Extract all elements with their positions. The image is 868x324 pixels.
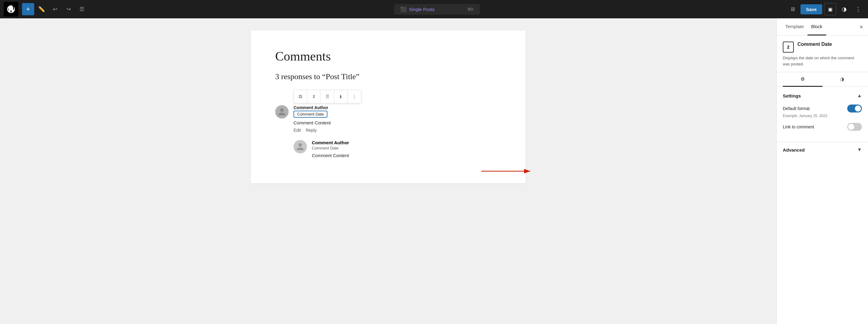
list-view-button[interactable]: ☰ xyxy=(76,3,88,15)
comment-actions: Edit Reply xyxy=(293,128,501,132)
preview-button[interactable]: 🖥 xyxy=(786,3,799,15)
post-title-button[interactable]: ⬛ Single Posts ⌘K xyxy=(394,4,480,15)
advanced-section: Advanced ▼ xyxy=(777,142,868,157)
close-sidebar-button[interactable]: × xyxy=(860,24,863,30)
default-format-label: Default format xyxy=(783,106,810,111)
right-sidebar: Template Block × 2 Comment Date Displays… xyxy=(776,18,868,324)
toggle-slider-on xyxy=(847,105,862,113)
default-format-toggle[interactable] xyxy=(847,105,862,113)
collapse-icon[interactable]: ▲ xyxy=(857,93,862,98)
advanced-title: Advanced xyxy=(783,147,805,152)
post-type-icon: ⬛ xyxy=(400,6,406,12)
styles-icon: ◑ xyxy=(840,76,844,82)
move-up-down-button[interactable]: ▲▼ xyxy=(334,90,347,103)
block-toolbar-wrapper: ⧉ 2 ⠿ ▲▼ ⋮ xyxy=(293,90,501,103)
link-to-comment-toggle[interactable] xyxy=(847,123,862,131)
nested-comment: Comment Author Comment Date Comment Cont… xyxy=(293,140,501,158)
topbar: + ✏️ ↩ ↪ ☰ ⬛ Single Posts ⌘K 🖥 Save ▣ ◑ … xyxy=(0,0,868,18)
topbar-right: 🖥 Save ▣ ◑ ⋮ xyxy=(786,3,864,15)
undo-button[interactable]: ↩ xyxy=(49,3,61,15)
settings-panel: Settings ▲ Default format Example: Janua… xyxy=(777,87,868,142)
topbar-center: ⬛ Single Posts ⌘K xyxy=(89,4,785,15)
comment-date-pill[interactable]: Comment Date xyxy=(293,111,328,118)
contrast-button[interactable]: ◑ xyxy=(838,3,850,15)
example-date: Example: January 25, 2022 xyxy=(783,114,862,118)
tools-button[interactable]: ✏️ xyxy=(35,3,48,15)
tab-template[interactable]: Template xyxy=(781,18,808,35)
nested-avatar xyxy=(293,140,307,153)
wp-logo-icon xyxy=(7,5,15,13)
block-info: 2 Comment Date Displays the date on whic… xyxy=(777,35,868,72)
block-title: Comment Date xyxy=(798,41,832,47)
redo-button[interactable]: ↪ xyxy=(62,3,74,15)
block-icon: 2 xyxy=(783,41,794,53)
shortcut-label: ⌘K xyxy=(467,7,474,11)
toggle-slider-off xyxy=(847,123,862,131)
drag-handle-button[interactable]: ⠿ xyxy=(321,90,334,103)
nested-author: Comment Author xyxy=(312,140,349,145)
avatar-icon xyxy=(278,108,286,116)
link-to-comment-row: Link to comment xyxy=(783,123,862,131)
link-to-comment-label: Link to comment xyxy=(783,124,814,129)
main-layout: Comments 3 responses to “Post Title” ⧉ 2… xyxy=(0,18,868,324)
sidebar-toggle-button[interactable]: ▣ xyxy=(824,3,836,15)
default-format-row: Default format xyxy=(783,105,862,113)
add-block-button[interactable]: + xyxy=(22,3,34,15)
chevron-down-icon: ▼ xyxy=(857,147,862,152)
comment-count: 3 responses to “Post Title” xyxy=(275,72,501,81)
content-area: Comments 3 responses to “Post Title” ⧉ 2… xyxy=(0,18,776,324)
sidebar-tabs: Template Block × xyxy=(777,18,868,35)
options-button[interactable]: ⋮ xyxy=(852,3,864,15)
settings-gear-icon: ⚙ xyxy=(801,76,805,82)
editor-canvas: Comments 3 responses to “Post Title” ⧉ 2… xyxy=(251,31,526,183)
nested-date: Comment Date xyxy=(312,146,349,150)
nested-comment-body: Comment Author Comment Date Comment Cont… xyxy=(312,140,349,158)
avatar xyxy=(275,105,289,119)
more-options-button[interactable]: ⋮ xyxy=(347,90,361,103)
post-title-label: Single Posts xyxy=(409,7,434,12)
block-sub-tabs: ⚙ ◑ xyxy=(777,72,868,87)
tab-block[interactable]: Block xyxy=(808,18,826,35)
block-styles-tab[interactable]: ◑ xyxy=(823,72,862,87)
edit-link[interactable]: Edit xyxy=(293,128,301,132)
advanced-header[interactable]: Advanced ▼ xyxy=(783,147,862,152)
block-settings-tab[interactable]: ⚙ xyxy=(783,72,823,87)
nested-avatar-icon xyxy=(296,142,305,151)
nested-content: Comment Content xyxy=(312,153,349,158)
wp-logo xyxy=(4,2,18,17)
comment-author: Comment Author xyxy=(293,105,501,110)
comment-block: Comment Author Comment Date Comment Cont… xyxy=(275,105,501,132)
reply-link[interactable]: Reply xyxy=(306,128,317,132)
page-title: Comments xyxy=(275,49,501,64)
block-toolbar: ⧉ 2 ⠿ ▲▼ ⋮ xyxy=(293,90,361,103)
block-type-button[interactable]: 2 xyxy=(307,90,321,103)
copy-block-button[interactable]: ⧉ xyxy=(294,90,307,103)
settings-title: Settings xyxy=(783,93,801,98)
comment-body: Comment Author Comment Date Comment Cont… xyxy=(293,105,501,132)
save-button[interactable]: Save xyxy=(801,4,822,14)
comment-content: Comment Content xyxy=(293,120,501,125)
block-desc: Displays the date on which the comment w… xyxy=(783,55,862,67)
